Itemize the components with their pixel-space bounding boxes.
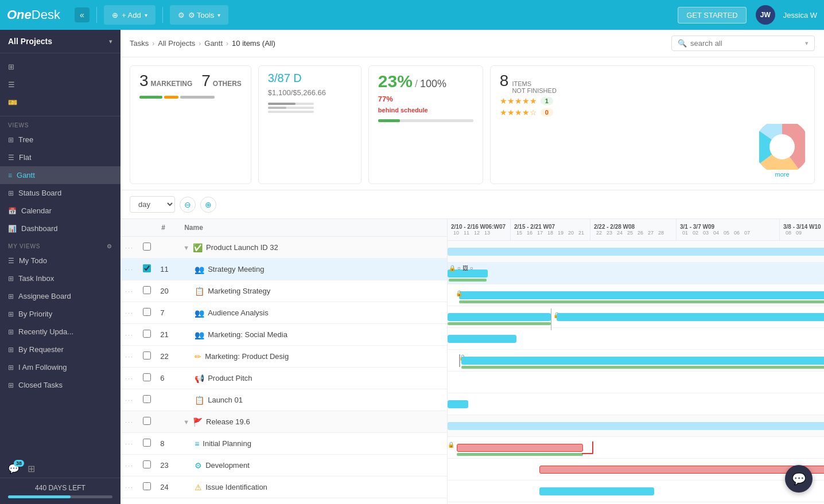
- byrequester-icon: ⊞: [8, 346, 14, 354]
- sidebar-item-closedtasks[interactable]: ⊞ Closed Tasks: [0, 376, 121, 394]
- table-row[interactable]: ··· 8 ≡ Initial Planning: [121, 433, 447, 455]
- row-actions-dots[interactable]: ···: [125, 397, 134, 404]
- row-actions-dots[interactable]: ···: [125, 310, 134, 317]
- search-input[interactable]: [690, 39, 802, 48]
- sidebar-item-calendar[interactable]: 📅 Calendar: [0, 202, 121, 220]
- row-actions-dots[interactable]: ···: [125, 484, 134, 491]
- table-row[interactable]: ··· 23 ⚙ Development: [121, 455, 447, 476]
- sidebar-icon-list[interactable]: ☰: [0, 76, 121, 93]
- stat-card-progress: 3/87 D $1,100/$5,266.66: [258, 65, 362, 184]
- gantt-bar-row-development: [448, 459, 824, 480]
- table-row[interactable]: ··· 📋 Launch 01: [121, 389, 447, 411]
- days-progress-fill: [8, 495, 71, 498]
- sidebar-item-taskinbox[interactable]: ⊞ Task Inbox: [0, 269, 121, 287]
- search-icon: 🔍: [678, 39, 687, 48]
- breadcrumb-sep1: ›: [152, 40, 154, 48]
- my-views-settings-icon[interactable]: ⚙: [107, 243, 112, 249]
- row-checkbox[interactable]: [143, 373, 151, 381]
- col-check: [138, 219, 156, 237]
- task-icon-checkmark: ✅: [193, 243, 203, 252]
- sidebar-item-iamfollowing[interactable]: ⊞ I Am Following: [0, 358, 121, 376]
- row-checkbox[interactable]: [143, 439, 151, 447]
- progress-days: 3/87 D: [268, 72, 352, 85]
- more-link[interactable]: more: [775, 171, 789, 178]
- notifications-icon-area[interactable]: 💬 38: [8, 463, 20, 474]
- tools-button[interactable]: ⚙ ⚙ Tools ▾: [170, 5, 229, 25]
- row-checkbox[interactable]: [143, 264, 151, 272]
- sidebar-item-assigneeboard[interactable]: ⊞ Assignee Board: [0, 287, 121, 305]
- main-content: Tasks › All Projects › Gantt › 10 items …: [121, 30, 824, 504]
- collapse-arrow[interactable]: ▼: [183, 419, 189, 425]
- row-actions-dots[interactable]: ···: [125, 462, 134, 469]
- table-row[interactable]: ··· 25 ≡ Resource Allocation: [121, 498, 447, 505]
- row-actions-dots[interactable]: ···: [125, 266, 134, 273]
- sidebar-header[interactable]: All Projects ▾: [0, 30, 121, 53]
- flat-label: Flat: [19, 153, 32, 162]
- breadcrumb-allprojects[interactable]: All Projects: [158, 39, 195, 48]
- collapse-arrow[interactable]: ▼: [183, 244, 189, 251]
- row-actions-dots[interactable]: ···: [125, 440, 134, 447]
- chat-button[interactable]: 💬: [785, 465, 813, 493]
- table-row[interactable]: ··· 20 📋 Marketing Strategy: [121, 280, 447, 302]
- breadcrumb-gantt[interactable]: Gantt: [204, 39, 223, 48]
- table-row[interactable]: ··· 6 📢 Product Pitch: [121, 368, 447, 389]
- completion-percent: 23%: [378, 72, 413, 91]
- task-name-cell: 📋 Launch 01: [183, 396, 442, 405]
- sidebar-item-status-board[interactable]: ⊞ Status Board: [0, 184, 121, 202]
- sidebar-item-dashboard[interactable]: 📊 Dashboard: [0, 220, 121, 237]
- task-icon-warning: ⚠: [195, 483, 202, 492]
- gantt-next-button[interactable]: ⊕: [200, 197, 216, 213]
- row-actions-dots[interactable]: ···: [125, 353, 134, 360]
- table-row[interactable]: ··· 11 👥 Strategy Meeting: [121, 259, 447, 280]
- apps-icon: ⊞: [8, 62, 14, 71]
- table-row[interactable]: ··· 24 ⚠ Issue Identification: [121, 476, 447, 498]
- row-actions-dots[interactable]: ···: [125, 375, 134, 382]
- sidebar-item-mytodo[interactable]: ☰ My Todo: [0, 252, 121, 269]
- breadcrumb-tasks[interactable]: Tasks: [130, 39, 149, 48]
- row-actions-dots[interactable]: ···: [125, 331, 134, 338]
- row-num: 20: [156, 280, 178, 302]
- stat-card-items: 8 ITEMS NOT FINISHED ★★★★★ 1 ★★★★☆: [490, 65, 815, 184]
- sidebar-item-tree[interactable]: ⊞ Tree: [0, 131, 121, 149]
- row-checkbox[interactable]: [143, 482, 151, 490]
- taskinbox-label: Task Inbox: [18, 274, 54, 283]
- gantt-week-label-1: 2/10 - 2/16 W06:W07 10 11 12 13: [448, 219, 511, 240]
- user-name: Jessica W: [783, 11, 817, 19]
- gantt-bar-row-socialmedia: [448, 328, 824, 350]
- row-actions-dots[interactable]: ···: [125, 419, 134, 425]
- gantt-days-row-2: 15 16 17 18 19 20 21: [514, 230, 586, 236]
- gantt-week-label-3: 2/22 - 2/28 W08 22 23 24 25 26 27 28: [590, 219, 677, 240]
- row-checkbox[interactable]: [143, 243, 151, 251]
- sidebar-icon-ticket[interactable]: 🎫: [0, 93, 121, 111]
- col-name: Name: [178, 219, 447, 237]
- sidebar-item-gantt[interactable]: ≡ Gantt: [0, 166, 121, 184]
- task-name-text: Marketing Strategy: [208, 287, 270, 295]
- row-actions-dots[interactable]: ···: [125, 244, 134, 251]
- add-button[interactable]: ⊕ + Add ▾: [104, 5, 156, 25]
- gantt-bar-row-release196: [448, 415, 824, 437]
- logo-text: OneDesk: [7, 7, 60, 22]
- table-row[interactable]: ··· 7 👥 Audience Analysis: [121, 302, 447, 324]
- table-row[interactable]: ··· 21 👥 Marketing: Social Media: [121, 324, 447, 346]
- sidebar-item-flat[interactable]: ☰ Flat: [0, 149, 121, 166]
- sidebar-item-bypriority[interactable]: ⊞ By Priority: [0, 305, 121, 323]
- row-checkbox[interactable]: [143, 308, 151, 316]
- gantt-view-select[interactable]: day week month: [130, 196, 175, 213]
- sidebar-collapse-button[interactable]: «: [75, 7, 90, 22]
- gantt-prev-button[interactable]: ⊖: [180, 197, 196, 213]
- row-checkbox[interactable]: [143, 286, 151, 294]
- search-dropdown-icon[interactable]: ▾: [805, 40, 809, 47]
- row-actions-dots[interactable]: ···: [125, 288, 134, 295]
- row-checkbox[interactable]: [143, 460, 151, 468]
- table-row[interactable]: ··· 22 ✏ Marketing: Product Desig: [121, 346, 447, 368]
- sidebar-item-recentlyupdated[interactable]: ⊞ Recently Upda...: [0, 323, 121, 341]
- row-checkbox[interactable]: [143, 417, 151, 425]
- sidebar-icon-apps[interactable]: ⊞: [0, 58, 121, 76]
- row-checkbox[interactable]: [143, 351, 151, 360]
- grid-apps-icon[interactable]: ⊞: [28, 463, 35, 474]
- sidebar-item-byrequester[interactable]: ⊞ By Requester: [0, 341, 121, 358]
- get-started-button[interactable]: GET STARTED: [678, 7, 747, 24]
- row-checkbox[interactable]: [143, 330, 151, 338]
- row-checkbox[interactable]: [143, 395, 151, 403]
- task-name-text: Audience Analysis: [208, 308, 269, 317]
